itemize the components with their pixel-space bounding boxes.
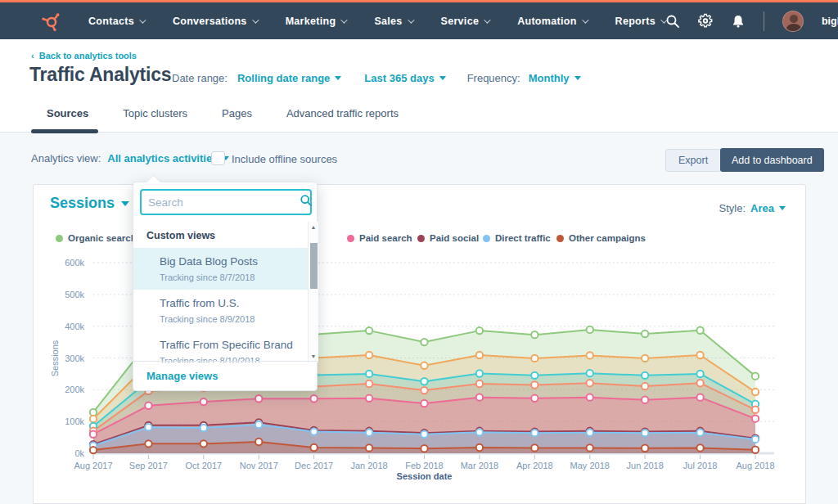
svg-text:Jan 2018: Jan 2018 <box>350 461 387 470</box>
tab-advanced-traffic-reports[interactable]: Advanced traffic reports <box>286 107 399 132</box>
popover-caret <box>146 174 160 189</box>
scroll-down-icon[interactable]: ▼ <box>309 353 318 361</box>
add-to-dashboard-button[interactable]: Add to dashboard <box>720 148 824 172</box>
popover-footer: Manage views <box>133 361 318 390</box>
date-range-dropdown[interactable]: Rolling date range <box>237 72 341 84</box>
back-to-analytics-link[interactable]: ‹ Back to analytics tools <box>31 51 137 61</box>
view-search-input[interactable] <box>142 196 300 209</box>
nav-item-sales[interactable]: Sales <box>374 16 412 27</box>
caret-down-icon <box>779 206 786 210</box>
svg-text:Sessions: Sessions <box>50 340 60 376</box>
caret-down-icon <box>439 76 446 80</box>
nav-item-service[interactable]: Service <box>441 16 489 27</box>
caret-down-icon <box>335 76 341 80</box>
caret-down-icon <box>574 76 581 80</box>
account-menu[interactable]: biglytics.net <box>822 16 838 27</box>
svg-text:Nov 2017: Nov 2017 <box>240 461 278 470</box>
hubspot-sprocket-logo[interactable] <box>41 11 62 32</box>
style-label: Style: <box>719 202 746 214</box>
manage-views-link[interactable]: Manage views <box>146 370 218 382</box>
view-option-big-data-blog-posts[interactable]: Big Data Blog Posts Tracking since 8/7/2… <box>133 248 308 290</box>
nav-item-reports[interactable]: Reports <box>615 16 665 27</box>
active-tab-indicator <box>31 129 98 133</box>
include-offline-sources-checkbox[interactable] <box>211 151 225 165</box>
svg-text:Apr 2018: Apr 2018 <box>516 461 553 470</box>
svg-text:100k: 100k <box>65 416 84 426</box>
scrollbar[interactable]: ▲ ▼ <box>308 222 318 362</box>
metric-dropdown[interactable]: Sessions <box>50 195 129 212</box>
svg-text:Aug 2017: Aug 2017 <box>74 461 112 470</box>
traffic-analytics-page: Contacts Conversations Marketing Sales S… <box>0 0 838 504</box>
date-controls: Date range: Rolling date range Last 365 … <box>172 72 581 84</box>
report-toolbar: Analytics view: All analytics activities… <box>0 146 838 175</box>
analytics-view-popover: Custom views Big Data Blog Posts Trackin… <box>133 182 318 391</box>
svg-text:Feb 2018: Feb 2018 <box>405 461 443 470</box>
date-range-label: Date range: <box>172 72 228 84</box>
page-header: ‹ Back to analytics tools Traffic Analyt… <box>0 39 838 133</box>
svg-text:500k: 500k <box>65 290 84 299</box>
gear-icon[interactable] <box>698 14 713 29</box>
scroll-up-icon[interactable]: ▲ <box>309 223 318 232</box>
svg-text:May 2018: May 2018 <box>570 461 610 470</box>
svg-text:Dec 2017: Dec 2017 <box>295 461 333 470</box>
view-option-traffic-from-specific-brand[interactable]: Traffic From Specific Brand Tracking sin… <box>133 331 308 362</box>
date-period-dropdown[interactable]: Last 365 days <box>364 72 445 84</box>
chevron-down-icon <box>582 16 588 23</box>
style-dropdown[interactable]: Area <box>750 202 786 214</box>
view-option-traffic-from-us[interactable]: Traffic from U.S. Tracking since 8/9/201… <box>133 290 308 331</box>
export-button[interactable]: Export <box>665 149 721 172</box>
nav-right-cluster: biglytics.net <box>665 11 838 32</box>
svg-text:0k: 0k <box>74 448 84 458</box>
user-avatar[interactable] <box>782 11 804 32</box>
frequency-dropdown[interactable]: Monthly <box>529 72 581 84</box>
search-icon[interactable] <box>665 14 680 29</box>
svg-text:200k: 200k <box>65 385 84 394</box>
svg-text:Jun 2018: Jun 2018 <box>627 461 664 470</box>
svg-text:Jul 2018: Jul 2018 <box>683 461 718 470</box>
chevron-down-icon <box>252 16 259 23</box>
main-nav: Contacts Conversations Marketing Sales S… <box>0 2 838 39</box>
nav-item-automation[interactable]: Automation <box>517 16 586 27</box>
chevron-down-icon <box>139 16 146 23</box>
svg-text:400k: 400k <box>65 322 84 331</box>
nav-item-contacts[interactable]: Contacts <box>88 16 144 27</box>
caret-down-icon <box>121 201 129 206</box>
svg-text:Sep 2017: Sep 2017 <box>129 461 168 470</box>
analytics-view-label: Analytics view: <box>31 152 101 164</box>
report-tabs: Sources Topic clusters Pages Advanced tr… <box>47 107 399 132</box>
svg-text:Session date: Session date <box>397 471 453 481</box>
chevron-down-icon <box>341 16 348 23</box>
custom-views-list: Custom views Big Data Blog Posts Trackin… <box>133 222 318 362</box>
tab-pages[interactable]: Pages <box>222 107 252 132</box>
search-icon[interactable] <box>300 194 313 210</box>
svg-text:Mar 2018: Mar 2018 <box>461 461 498 470</box>
chevron-down-icon <box>408 16 414 23</box>
nav-item-conversations[interactable]: Conversations <box>173 16 257 27</box>
page-title: Traffic Analytics <box>29 64 171 86</box>
custom-views-header: Custom views <box>133 222 318 248</box>
nav-menu: Contacts Conversations Marketing Sales S… <box>88 16 665 27</box>
view-search-box <box>140 189 312 215</box>
tab-sources[interactable]: Sources <box>47 107 88 132</box>
include-offline-sources-label: Include offline sources <box>232 153 337 165</box>
tab-topic-clusters[interactable]: Topic clusters <box>123 107 187 132</box>
svg-text:600k: 600k <box>65 258 84 268</box>
notifications-bell-icon[interactable] <box>731 14 746 29</box>
frequency-label: Frequency: <box>467 72 520 84</box>
nav-divider <box>764 11 764 31</box>
scrollbar-thumb[interactable] <box>310 243 318 289</box>
nav-item-marketing[interactable]: Marketing <box>286 16 346 27</box>
svg-text:Aug 2018: Aug 2018 <box>736 461 774 470</box>
svg-text:Oct 2017: Oct 2017 <box>186 461 223 470</box>
chevron-down-icon <box>484 16 490 23</box>
svg-text:300k: 300k <box>65 353 84 363</box>
